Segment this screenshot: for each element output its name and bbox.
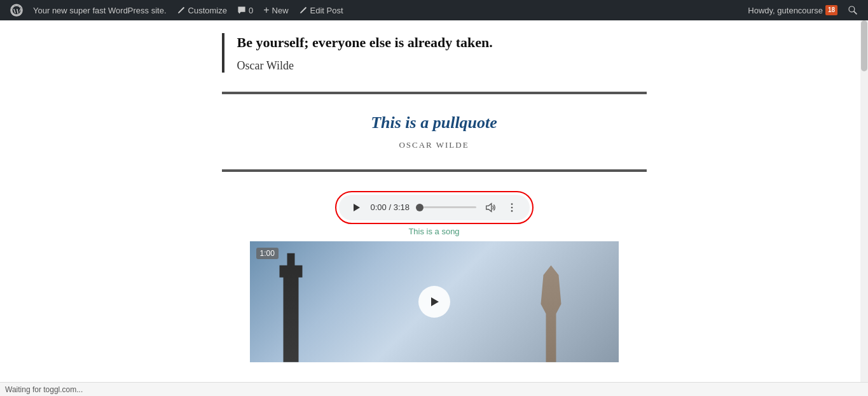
svg-point-6	[511, 206, 513, 208]
svg-point-1	[849, 6, 855, 12]
time-separator: /	[389, 202, 393, 212]
wordpress-icon	[10, 4, 23, 17]
video-play-icon	[428, 295, 441, 308]
search-button[interactable]	[843, 0, 863, 20]
pullquote-text: This is a pullquote	[235, 113, 634, 132]
current-time: 0:00	[371, 202, 387, 212]
svg-point-0	[11, 4, 22, 16]
video-duration-badge: 1:00	[256, 248, 279, 259]
edit-icon	[299, 6, 308, 15]
audio-caption: This is a song	[335, 227, 534, 236]
volume-icon	[485, 202, 496, 213]
svg-point-7	[511, 210, 513, 212]
scrollbar-thumb[interactable]	[861, 20, 867, 71]
video-play-button[interactable]	[418, 286, 450, 318]
more-options-icon	[506, 202, 518, 213]
howdy-text: Howdy, gutencourse	[748, 6, 823, 15]
site-name-link[interactable]: Your new super fast WordPress site.	[28, 0, 172, 20]
customize-button[interactable]: Customize	[172, 0, 232, 20]
admin-bar: Your new super fast WordPress site. Cust…	[0, 0, 868, 20]
play-icon	[352, 202, 362, 213]
blockquote-block: Be yourself; everyone else is already ta…	[222, 33, 647, 73]
howdy-menu[interactable]: Howdy, gutencourse 18	[743, 0, 843, 20]
video-thumbnail[interactable]: 1:00	[250, 241, 619, 362]
new-content-button[interactable]: + New	[258, 0, 293, 20]
edit-post-label: Edit Post	[310, 6, 343, 15]
audio-player: 0:00 / 3:18	[339, 195, 530, 220]
blockquote-text: Be yourself; everyone else is already ta…	[237, 33, 647, 53]
new-label: New	[272, 6, 289, 15]
content-wrapper: Be yourself; everyone else is already ta…	[212, 33, 657, 191]
audio-play-button[interactable]	[349, 200, 364, 215]
comment-icon	[237, 6, 246, 15]
pencil-icon	[177, 6, 186, 15]
svg-marker-3	[354, 204, 360, 211]
wp-logo-button[interactable]	[5, 0, 28, 20]
blockquote-author: Oscar Wilde	[237, 59, 647, 73]
comments-button[interactable]: 0	[232, 0, 258, 20]
audio-more-button[interactable]	[504, 200, 520, 215]
progress-dot	[416, 204, 424, 211]
pullquote-author: OSCAR WILDE	[235, 140, 634, 150]
scrollbar[interactable]	[860, 20, 868, 396]
audio-duration: 3:18	[394, 202, 410, 212]
pullquote-block: This is a pullquote OSCAR WILDE	[222, 92, 647, 172]
tower-silhouette	[268, 241, 345, 362]
video-block: 1:00	[250, 241, 619, 362]
progress-track	[424, 206, 476, 208]
audio-player-wrapper: 0:00 / 3:18	[335, 191, 534, 224]
edit-post-button[interactable]: Edit Post	[294, 0, 348, 20]
status-bar: Waiting for toggl.com...	[0, 382, 868, 396]
svg-marker-4	[486, 203, 491, 211]
comments-count-text: 0	[249, 6, 253, 15]
page-content: Be yourself; everyone else is already ta…	[0, 20, 868, 375]
svg-line-2	[854, 11, 857, 15]
status-text: Waiting for toggl.com...	[5, 385, 83, 394]
audio-time-display: 0:00 / 3:18	[371, 202, 410, 212]
svg-point-5	[511, 203, 513, 205]
notification-badge: 18	[825, 5, 837, 15]
customize-label: Customize	[188, 6, 227, 15]
audio-block: 0:00 / 3:18	[325, 191, 544, 236]
adminbar-right-section: Howdy, gutencourse 18	[743, 0, 863, 20]
search-icon	[848, 5, 858, 15]
site-name-text: Your new super fast WordPress site.	[33, 6, 167, 15]
svg-marker-8	[431, 297, 439, 306]
audio-progress-bar[interactable]	[416, 204, 476, 211]
plus-icon: +	[263, 4, 269, 16]
audio-volume-button[interactable]	[483, 200, 498, 215]
statue-silhouette	[531, 265, 582, 362]
